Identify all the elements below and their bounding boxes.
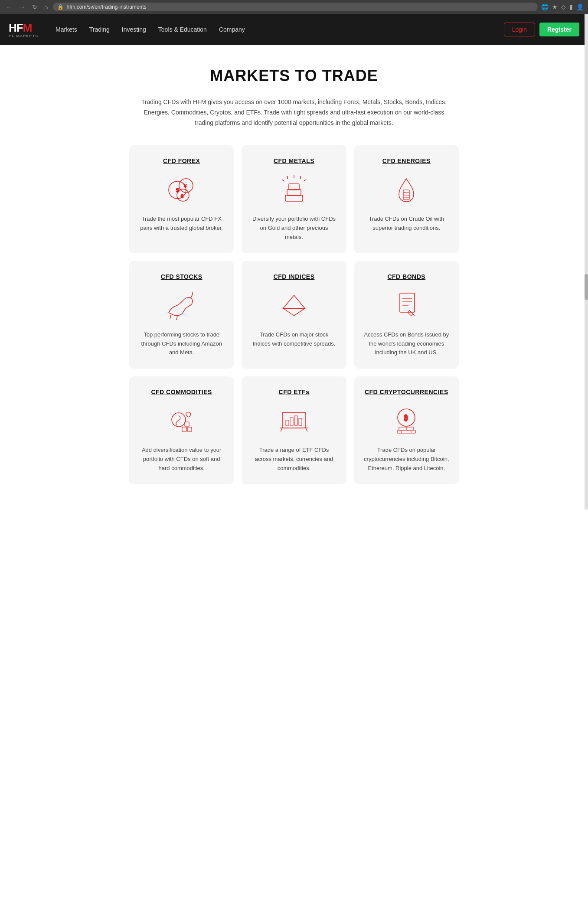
card-etfs-desc: Trade a range of ETF CFDs across markets… — [251, 446, 336, 473]
cards-row-1: CFD FOREX $ ¥ € Trade the most popular C… — [129, 145, 459, 253]
svg-line-19 — [176, 316, 177, 320]
card-indices-desc: Trade CFDs on major stock Indices with c… — [251, 330, 336, 349]
svg-text:€: € — [181, 193, 183, 199]
logo-text: HFM — [9, 21, 38, 35]
svg-line-18 — [170, 315, 171, 319]
svg-rect-14 — [403, 190, 409, 199]
nav-links: Markets Trading Investing Tools & Educat… — [56, 26, 491, 33]
page-description: Trading CFDs with HFM gives you access o… — [138, 97, 450, 128]
svg-rect-36 — [290, 418, 293, 425]
card-bonds-icon — [385, 288, 428, 323]
svg-text:$: $ — [176, 187, 180, 193]
svg-rect-8 — [289, 184, 299, 190]
card-stocks-title: CFD STOCKS — [161, 273, 203, 280]
svg-line-26 — [413, 314, 415, 316]
svg-point-27 — [172, 413, 186, 427]
main-content: MARKETS TO TRADE Trading CFDs with HFM g… — [103, 45, 485, 510]
card-cfd-stocks[interactable]: CFD STOCKS Top performing stocks to trad… — [129, 261, 234, 369]
svg-rect-30 — [182, 427, 186, 431]
card-cfd-energies[interactable]: CFD ENERGIES Trade CFDs on Crude Oil wit… — [354, 145, 459, 253]
card-commodities-icon — [160, 403, 203, 438]
card-forex-icon: $ ¥ € — [160, 172, 203, 207]
nav-investing[interactable]: Investing — [122, 26, 146, 33]
scrollbar-thumb[interactable] — [585, 274, 588, 300]
browser-action-icons: 🌐 ★ ◇ ▮ 👤 — [541, 3, 584, 10]
nav-tools[interactable]: Tools & Education — [158, 26, 207, 33]
navbar: HFM HF MARKETS Markets Trading Investing… — [0, 14, 588, 45]
card-cfd-metals[interactable]: CFD METALS Diversify y — [242, 145, 346, 253]
card-forex-desc: Trade the most popular CFD FX pairs with… — [139, 215, 224, 233]
card-indices-title: CFD INDICES — [274, 273, 315, 280]
svg-rect-38 — [299, 418, 302, 425]
split-icon[interactable]: ▮ — [569, 3, 573, 10]
svg-line-13 — [304, 180, 306, 181]
translate-icon[interactable]: 🌐 — [541, 3, 549, 10]
cards-row-3: CFD COMMODITIES Add diversification — [129, 376, 459, 484]
card-energies-icon — [385, 172, 428, 207]
scrollbar-track — [585, 14, 588, 510]
card-cfd-crypto[interactable]: CFD CRYPTOCURRENCIES ₿ Trade CFDs on — [354, 376, 459, 484]
back-button[interactable]: ← — [4, 3, 14, 11]
forward-button[interactable]: → — [17, 3, 27, 11]
svg-line-34 — [306, 428, 307, 431]
url-text: hfm.com/sv/en/trading-instruments — [66, 4, 146, 10]
card-cfd-forex[interactable]: CFD FOREX $ ¥ € Trade the most popular C… — [129, 145, 234, 253]
svg-rect-42 — [397, 430, 415, 433]
nav-markets[interactable]: Markets — [56, 26, 77, 33]
card-stocks-icon — [160, 288, 203, 323]
lock-icon: 🔒 — [57, 4, 64, 10]
extension-icon[interactable]: ◇ — [561, 3, 566, 10]
card-bonds-desc: Access CFDs on Bonds issued by the world… — [364, 330, 449, 357]
svg-rect-29 — [187, 427, 192, 431]
home-button[interactable]: ⌂ — [42, 3, 49, 11]
card-metals-icon — [272, 172, 316, 207]
browser-chrome: ← → ↻ ⌂ 🔒 hfm.com/sv/en/trading-instrume… — [0, 0, 588, 14]
card-etfs-icon — [272, 403, 316, 438]
card-indices-icon — [272, 288, 316, 323]
svg-text:¥: ¥ — [183, 183, 187, 189]
card-crypto-desc: Trade CFDs on popular cryptocurrencies i… — [364, 446, 449, 473]
profile-icon[interactable]: 👤 — [576, 3, 584, 10]
register-button[interactable]: Register — [539, 23, 579, 36]
card-cfd-etfs[interactable]: CFD ETFs Trade a range — [242, 376, 346, 484]
page-title: MARKETS TO TRADE — [129, 67, 459, 85]
card-cfd-indices[interactable]: CFD INDICES Trade CFDs on major stock In… — [242, 261, 346, 369]
logo[interactable]: HFM HF MARKETS — [9, 21, 38, 38]
card-etfs-title: CFD ETFs — [279, 389, 310, 395]
card-cfd-bonds[interactable]: CFD BONDS Access CFDs on Bonds issued by… — [354, 261, 459, 369]
nav-company[interactable]: Company — [219, 26, 245, 33]
svg-rect-7 — [287, 189, 301, 196]
card-commodities-title: CFD COMMODITIES — [151, 389, 212, 395]
cards-row-2: CFD STOCKS Top performing stocks to trad… — [129, 261, 459, 369]
svg-rect-22 — [400, 293, 415, 312]
svg-rect-28 — [185, 422, 189, 426]
card-energies-title: CFD ENERGIES — [382, 157, 431, 164]
svg-rect-35 — [286, 420, 289, 425]
svg-rect-37 — [294, 416, 297, 425]
svg-line-33 — [281, 428, 282, 431]
card-crypto-icon: ₿ — [385, 403, 428, 438]
svg-line-12 — [282, 180, 284, 181]
card-energies-desc: Trade CFDs on Crude Oil with superior tr… — [364, 215, 449, 233]
url-bar[interactable]: 🔒 hfm.com/sv/en/trading-instruments — [53, 3, 538, 11]
card-metals-title: CFD METALS — [274, 157, 314, 164]
card-commodities-desc: Add diversification value to your portfo… — [139, 446, 224, 473]
card-stocks-desc: Top performing stocks to trade through C… — [139, 330, 224, 357]
bookmark-icon[interactable]: ★ — [552, 3, 558, 10]
reload-button[interactable]: ↻ — [30, 3, 39, 11]
card-bonds-title: CFD BONDS — [387, 273, 425, 280]
nav-trading[interactable]: Trading — [89, 26, 110, 33]
svg-marker-21 — [283, 308, 305, 316]
login-button[interactable]: Login — [504, 23, 535, 36]
nav-auth: Login Register — [504, 23, 579, 36]
svg-rect-6 — [285, 195, 303, 201]
svg-marker-20 — [283, 295, 305, 308]
logo-subtitle: HF MARKETS — [9, 34, 38, 38]
card-metals-desc: Diversify your portfolio with CFDs on Go… — [251, 215, 336, 242]
card-cfd-commodities[interactable]: CFD COMMODITIES Add diversification — [129, 376, 234, 484]
card-forex-title: CFD FOREX — [163, 157, 200, 164]
svg-text:₿: ₿ — [404, 414, 408, 421]
card-crypto-title: CFD CRYPTOCURRENCIES — [365, 389, 448, 395]
